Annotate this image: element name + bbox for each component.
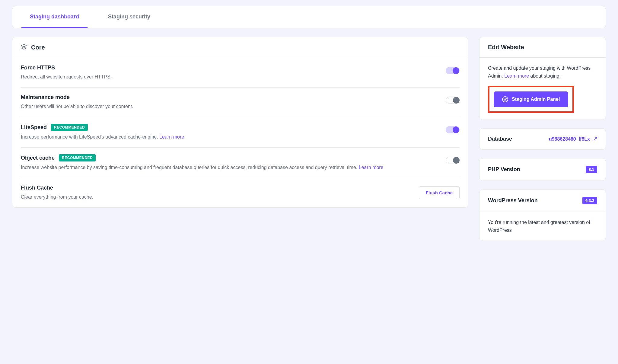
tabs-bar: Staging dashboard Staging security <box>12 6 606 28</box>
database-label: Database <box>488 136 512 142</box>
toggle-litespeed[interactable] <box>446 126 460 133</box>
learn-more-link[interactable]: Learn more <box>159 134 184 139</box>
setting-desc: Clear everything from your cache. <box>21 193 414 201</box>
staging-admin-panel-button[interactable]: W Staging Admin Panel <box>494 91 568 107</box>
setting-desc: Increase website performance by saving t… <box>21 164 441 171</box>
wordpress-version-badge: 6.3.2 <box>582 197 597 204</box>
svg-marker-0 <box>21 44 27 47</box>
setting-object-cache: Object cache RECOMMENDED Increase websit… <box>21 148 460 178</box>
wordpress-version-desc: You're running the latest and greatest v… <box>488 219 597 234</box>
php-version-card: PHP Version 8.1 <box>479 158 606 181</box>
recommended-badge: RECOMMENDED <box>59 154 96 161</box>
php-version-badge: 8.1 <box>586 166 597 173</box>
setting-force-https: Force HTTPS Redirect all website request… <box>21 58 460 88</box>
learn-more-link[interactable]: Learn more <box>359 165 384 170</box>
setting-title: Force HTTPS <box>21 65 55 71</box>
toggle-object-cache[interactable] <box>446 157 460 164</box>
setting-desc: Other users will not be able to discover… <box>21 103 441 110</box>
layers-icon <box>21 44 27 51</box>
setting-litespeed: LiteSpeed RECOMMENDED Increase performan… <box>21 117 460 148</box>
setting-maintenance-mode: Maintenance mode Other users will not be… <box>21 88 460 117</box>
edit-website-title: Edit Website <box>488 44 597 51</box>
database-link[interactable]: u988628480_lf8Lx <box>549 136 597 142</box>
recommended-badge: RECOMMENDED <box>51 124 88 131</box>
toggle-maintenance-mode[interactable] <box>446 97 460 104</box>
core-card: Core Force HTTPS Redirect all website re… <box>12 37 468 208</box>
edit-website-desc: Create and update your staging with Word… <box>488 64 597 80</box>
wordpress-version-label: WordPress Version <box>488 197 538 204</box>
setting-flush-cache: Flush Cache Clear everything from your c… <box>21 178 460 207</box>
toggle-force-https[interactable] <box>446 67 460 74</box>
flush-cache-button[interactable]: Flush Cache <box>419 186 460 199</box>
database-card: Database u988628480_lf8Lx <box>479 128 606 150</box>
setting-title: Maintenance mode <box>21 94 70 101</box>
setting-desc: Increase performance with LiteSpeed's ad… <box>21 133 441 141</box>
php-version-label: PHP Version <box>488 166 520 173</box>
svg-line-1 <box>594 137 597 139</box>
highlight-box: W Staging Admin Panel <box>488 86 574 113</box>
core-title: Core <box>31 44 45 51</box>
setting-title: LiteSpeed <box>21 124 47 131</box>
learn-more-link[interactable]: Learn more <box>504 73 529 78</box>
setting-title: Flush Cache <box>21 185 53 191</box>
tab-staging-security[interactable]: Staging security <box>100 6 159 28</box>
wordpress-version-card: WordPress Version 6.3.2 You're running t… <box>479 189 606 241</box>
external-link-icon <box>592 137 597 142</box>
edit-website-card: Edit Website Create and update your stag… <box>479 37 606 120</box>
setting-title: Object cache <box>21 155 55 161</box>
setting-desc: Redirect all website requests over HTTPS… <box>21 73 441 81</box>
tab-staging-dashboard[interactable]: Staging dashboard <box>21 6 88 28</box>
wordpress-icon: W <box>502 96 508 102</box>
